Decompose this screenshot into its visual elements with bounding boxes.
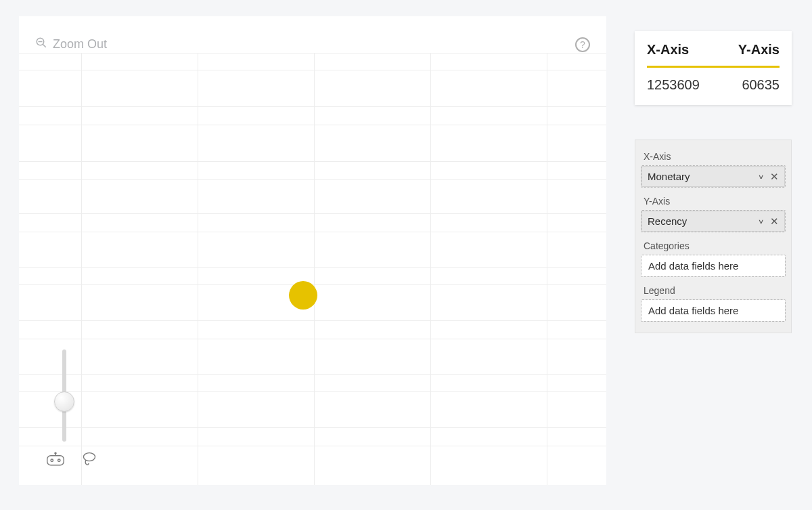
zoom-out-label: Zoom Out: [53, 37, 107, 51]
legend-label: Legend: [641, 281, 786, 299]
categories-placeholder: Add data fields here: [641, 255, 785, 276]
y-axis-field-name: Recency: [648, 215, 687, 227]
y-axis-field-well[interactable]: Recency ∨ ✕: [641, 210, 786, 232]
chevron-down-icon[interactable]: ∨: [758, 217, 765, 225]
chart-header: Zoom Out ?: [35, 37, 590, 52]
values-y: 60635: [742, 77, 780, 93]
svg-line-1: [43, 44, 46, 47]
x-axis-field-pill[interactable]: Monetary ∨ ✕: [641, 166, 785, 187]
chevron-down-icon[interactable]: ∨: [758, 173, 765, 180]
categories-label: Categories: [641, 236, 786, 255]
chart-grid[interactable]: [19, 53, 606, 485]
values-x: 1253609: [647, 77, 700, 93]
chart-panel: Zoom Out ?: [19, 16, 606, 485]
values-header-y: Y-Axis: [738, 42, 780, 58]
controller-icon[interactable]: [46, 451, 65, 470]
legend-field-well[interactable]: Add data fields here: [641, 299, 786, 322]
svg-point-6: [51, 459, 53, 462]
categories-field-well[interactable]: Add data fields here: [641, 255, 786, 277]
zoom-out-button[interactable]: Zoom Out: [35, 37, 107, 52]
x-axis-field-well[interactable]: Monetary ∨ ✕: [641, 165, 786, 188]
scatter-point[interactable]: [289, 281, 317, 310]
zoom-out-icon: [35, 37, 47, 52]
fields-panel: X-Axis Monetary ∨ ✕ Y-Axis Recency ∨ ✕ C…: [635, 140, 792, 333]
zoom-slider-thumb[interactable]: [54, 391, 74, 412]
zoom-slider[interactable]: [54, 349, 74, 442]
values-header-x: X-Axis: [647, 42, 689, 58]
y-axis-label: Y-Axis: [641, 192, 786, 210]
y-axis-field-pill[interactable]: Recency ∨ ✕: [641, 211, 785, 232]
svg-point-7: [58, 459, 61, 462]
svg-rect-3: [47, 456, 64, 465]
axis-values-card: X-Axis Y-Axis 1253609 60635: [635, 31, 792, 105]
lasso-icon[interactable]: [80, 451, 99, 470]
bottom-tools: [46, 451, 99, 470]
x-axis-label: X-Axis: [641, 147, 786, 165]
svg-point-5: [55, 452, 56, 454]
help-icon: ?: [580, 39, 585, 50]
close-icon[interactable]: ✕: [770, 171, 779, 182]
legend-placeholder: Add data fields here: [641, 300, 785, 321]
svg-point-8: [83, 453, 95, 461]
x-axis-field-name: Monetary: [648, 171, 690, 182]
close-icon[interactable]: ✕: [770, 216, 779, 226]
help-button[interactable]: ?: [575, 37, 590, 52]
